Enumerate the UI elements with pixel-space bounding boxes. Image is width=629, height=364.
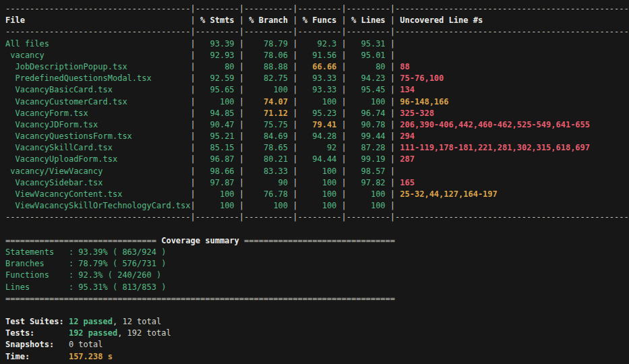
coverage-value: 98.66 [196, 166, 239, 176]
column-separator: | [390, 39, 395, 49]
column-separator: | [239, 62, 244, 71]
coverage-table-row: vacancy/ViewVacancy | 98.66 | 83.33 | 10… [5, 166, 629, 177]
file-name: vacancy/ViewVacancy [5, 166, 191, 176]
column-separator: | [293, 97, 297, 107]
terminal-window[interactable]: --------------------------------------|-… [0, 0, 629, 364]
coverage-value: 97.87 [196, 178, 239, 187]
file-name: VacancyQuestionsForm.tsx [5, 131, 191, 141]
coverage-table-row: VacancySidebar.tsx | 97.87 | 90 | 100 | … [5, 177, 629, 189]
file-name: VacancyCustomerCard.tsx [5, 97, 191, 107]
column-separator: | [390, 109, 395, 118]
column-separator: | [390, 62, 395, 71]
coverage-value: 78.79 [244, 39, 293, 49]
column-separator: | [390, 178, 395, 187]
total-count: 0 total [69, 340, 103, 349]
blank [5, 305, 10, 315]
column-separator: | [342, 201, 347, 210]
column-separator: | [191, 51, 196, 60]
file-name: VacancySkillCard.tsx [5, 143, 191, 152]
column-separator: | [390, 154, 395, 164]
coverage-table-row: VacancyUploadForm.tsx | 96.87 | 80.21 | … [5, 154, 629, 165]
coverage-value: 74.07 [244, 97, 293, 107]
coverage-value: 88.88 [244, 62, 293, 71]
coverage-value: 87.28 [347, 143, 390, 152]
column-separator: | [390, 85, 395, 94]
table-divider: --------------------------------------|-… [5, 27, 629, 36]
column-separator: | [191, 85, 196, 94]
coverage-value: 92.3 [298, 39, 342, 49]
column-separator: | [293, 39, 297, 49]
coverage-value: 80 [196, 62, 239, 71]
column-separator: | [342, 73, 347, 83]
summary-metric: Lines : 95.31% ( 813/853 ) [5, 282, 166, 292]
column-separator: | [239, 120, 244, 129]
column-separator: | [342, 154, 347, 164]
coverage-value: 94.28 [298, 131, 342, 141]
column-separator: | [342, 109, 347, 118]
uncovered-lines: 287 [395, 154, 415, 164]
total-count: , 12 total [113, 317, 161, 326]
terminal-output: --------------------------------------|-… [0, 0, 629, 363]
uncovered-lines: 75-76,100 [395, 73, 444, 83]
coverage-value: 100 [347, 189, 390, 199]
file-name: All files [5, 39, 191, 49]
coverage-table-row: VacancyCustomerCard.tsx | 100 | 74.07 | … [5, 96, 629, 108]
file-name: VacancyBasicCard.tsx [5, 85, 191, 94]
summary-metric: Statements : 93.39% ( 863/924 ) [5, 247, 166, 257]
file-name: VacancyJDForm.tsx [5, 120, 191, 129]
coverage-value: 85.15 [196, 143, 239, 152]
summary-divider-line: ========================================… [5, 293, 629, 305]
coverage-value: 99.19 [347, 154, 390, 164]
table-divider-line: --------------------------------------|-… [5, 212, 629, 223]
summary-divider: ========================================… [5, 294, 395, 303]
coverage-value: 83.33 [244, 166, 293, 176]
column-separator: | [191, 154, 196, 164]
coverage-value: 95.21 [196, 131, 239, 141]
coverage-value: 100 [196, 189, 239, 199]
column-separator: | [191, 73, 196, 83]
file-name: vacancy [5, 51, 191, 60]
column-separator: | [342, 120, 347, 129]
coverage-value: 93.33 [298, 85, 342, 94]
column-separator: | [342, 97, 347, 107]
column-separator: | [293, 166, 297, 176]
test-summary-label: Tests: [5, 328, 69, 338]
coverage-summary-row: Functions : 92.3% ( 240/260 ) [5, 270, 629, 281]
uncovered-lines: 25-32,44,127,164-197 [395, 189, 498, 199]
coverage-value: 100 [298, 189, 342, 199]
coverage-table-row: VacancySkillCard.tsx | 85.15 | 78.65 | 9… [5, 142, 629, 154]
coverage-value: 95.65 [196, 85, 239, 94]
coverage-summary-row: Statements : 93.39% ( 863/924 ) [5, 247, 629, 258]
file-name: VacancyUploadForm.tsx [5, 154, 191, 164]
column-separator: | [239, 131, 244, 141]
column-separator: | [191, 166, 196, 176]
coverage-value: 100 [196, 97, 239, 107]
column-separator: | [239, 166, 244, 176]
column-separator: | [342, 189, 347, 199]
file-name: ViewVacancyContent.tsx [5, 189, 191, 199]
column-separator: | [293, 143, 297, 152]
blank-line [5, 224, 629, 235]
coverage-table-row: VacancyBasicCard.tsx | 95.65 | 100 | 93.… [5, 84, 629, 96]
test-summary-row: Tests: 192 passed, 192 total [5, 328, 629, 339]
column-separator: | [239, 51, 244, 60]
column-separator: | [239, 143, 244, 152]
uncovered-lines: 96-148,166 [395, 97, 448, 107]
coverage-value: 100 [347, 97, 390, 107]
coverage-value: 100 [298, 178, 342, 187]
file-name: JobDescriptionPopup.tsx [5, 62, 191, 71]
coverage-value: 100 [298, 166, 342, 176]
coverage-value: 82.75 [244, 73, 293, 83]
column-separator: | [293, 62, 297, 71]
summary-divider: =============================== [5, 236, 156, 245]
coverage-table-row: ViewVacancySkillOrTechnologyCard.tsx| 10… [5, 200, 629, 212]
coverage-value: 90.47 [196, 120, 239, 129]
column-header: % Branch [244, 16, 293, 25]
coverage-value: 78.06 [244, 51, 293, 60]
column-separator: | [239, 189, 244, 199]
coverage-value: 80.21 [244, 154, 293, 164]
test-summary-label: Time: [5, 352, 69, 361]
column-separator: | [342, 39, 347, 49]
column-separator: | [293, 131, 297, 141]
blank [5, 224, 10, 234]
